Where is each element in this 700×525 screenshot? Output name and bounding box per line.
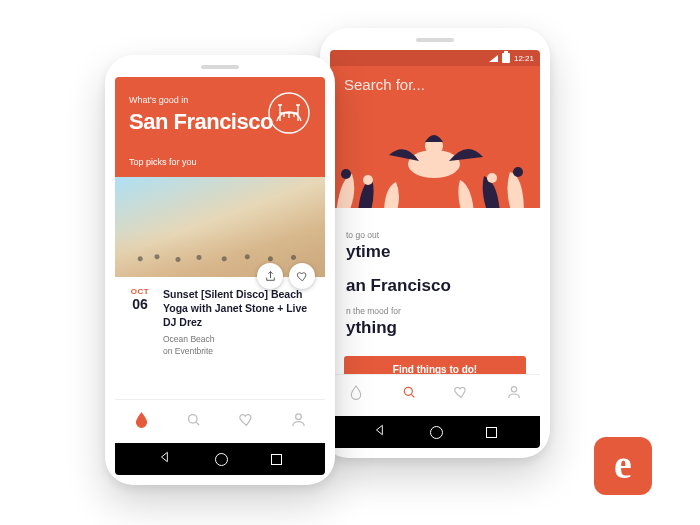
android-nav-bar <box>330 416 540 448</box>
signal-icon <box>489 55 498 62</box>
tab-profile[interactable] <box>506 384 522 404</box>
search-input[interactable]: Search for... <box>344 76 526 93</box>
search-filters: to go out ytime an Francisco n the mood … <box>330 208 540 346</box>
phone-screen-right: 12:21 Search for... <box>330 50 540 412</box>
share-icon <box>264 270 277 283</box>
battery-icon <box>502 53 510 63</box>
favorite-button[interactable] <box>289 263 315 289</box>
android-back-button[interactable] <box>373 423 387 441</box>
svg-point-2 <box>296 414 302 420</box>
event-body: OCT 06 Sunset [Silent Disco] Beach Yoga … <box>115 277 325 364</box>
filter-when-label: to go out <box>346 230 524 240</box>
svg-point-10 <box>511 386 516 391</box>
svg-point-9 <box>404 387 412 395</box>
android-nav-bar <box>115 443 325 475</box>
status-time: 12:21 <box>514 54 534 63</box>
home-icon <box>348 384 364 400</box>
bottom-tab-bar <box>115 399 325 439</box>
tab-search[interactable] <box>184 410 204 430</box>
event-day: 06 <box>127 296 153 312</box>
svg-point-7 <box>487 173 497 183</box>
square-recents-icon <box>486 427 497 438</box>
event-month: OCT <box>127 287 153 296</box>
event-venue: Ocean Beach <box>163 334 313 344</box>
phone-screen-left: What's good in San Francisco Top picks f… <box>115 77 325 439</box>
android-home-button[interactable] <box>215 453 228 466</box>
svg-point-6 <box>363 175 373 185</box>
android-status-bar: 12:21 <box>330 50 540 66</box>
search-icon <box>401 384 417 400</box>
search-hero: Search for... <box>330 66 540 208</box>
event-text: Sunset [Silent Disco] Beach Yoga with Ja… <box>163 287 313 356</box>
event-card-actions <box>257 263 315 289</box>
phone-mockup-right: 12:21 Search for... <box>320 28 550 458</box>
svg-point-5 <box>341 169 351 179</box>
tab-home[interactable] <box>348 384 364 404</box>
app-logo-badge: e <box>594 437 652 495</box>
circle-home-icon <box>215 453 228 466</box>
tab-home[interactable] <box>131 410 151 430</box>
triangle-back-icon <box>158 450 172 464</box>
heart-icon <box>238 411 255 428</box>
home-icon <box>133 411 150 428</box>
app-logo-letter: e <box>614 445 632 485</box>
golden-gate-icon <box>267 91 311 135</box>
heart-icon <box>296 270 309 283</box>
android-recents-button[interactable] <box>271 454 282 465</box>
crowd-illustration <box>330 106 540 208</box>
top-picks-label: Top picks for you <box>129 157 311 167</box>
triangle-back-icon <box>373 423 387 437</box>
phone-speaker <box>201 65 239 69</box>
phone-mockup-left: What's good in San Francisco Top picks f… <box>105 55 335 485</box>
svg-point-8 <box>513 167 523 177</box>
search-icon <box>185 411 202 428</box>
event-photo <box>115 177 325 277</box>
phone-speaker <box>416 38 454 42</box>
tab-search[interactable] <box>401 384 417 404</box>
tab-profile[interactable] <box>289 410 309 430</box>
city-hero: What's good in San Francisco Top picks f… <box>115 77 325 177</box>
filter-where-value[interactable]: an Francisco <box>346 276 524 296</box>
bottom-tab-bar <box>330 374 540 412</box>
filter-mood-label: n the mood for <box>346 306 524 316</box>
event-title: Sunset [Silent Disco] Beach Yoga with Ja… <box>163 287 313 330</box>
event-date: OCT 06 <box>127 287 153 356</box>
circle-home-icon <box>430 426 443 439</box>
share-button[interactable] <box>257 263 283 289</box>
event-source: on Eventbrite <box>163 346 313 356</box>
square-recents-icon <box>271 454 282 465</box>
android-home-button[interactable] <box>430 426 443 439</box>
profile-icon <box>506 384 522 400</box>
android-recents-button[interactable] <box>486 427 497 438</box>
android-back-button[interactable] <box>158 450 172 468</box>
heart-icon <box>453 384 469 400</box>
filter-when-value[interactable]: ytime <box>346 242 524 262</box>
svg-point-1 <box>189 415 198 424</box>
profile-icon <box>290 411 307 428</box>
filter-mood-value[interactable]: ything <box>346 318 524 338</box>
tab-favorites[interactable] <box>236 410 256 430</box>
tab-favorites[interactable] <box>453 384 469 404</box>
event-card[interactable]: OCT 06 Sunset [Silent Disco] Beach Yoga … <box>115 177 325 364</box>
